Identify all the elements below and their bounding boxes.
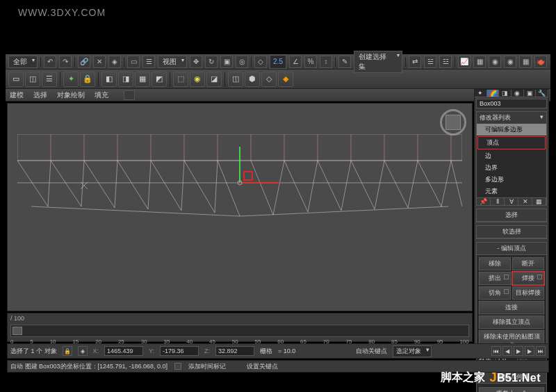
time-thumb[interactable] <box>13 327 22 335</box>
tab-create[interactable]: ✦ <box>475 90 487 97</box>
ribbon-tab-selection[interactable]: 选择 <box>33 90 47 100</box>
btn-target-weld[interactable]: 目标焊接 <box>512 286 544 300</box>
ribbon-tab-paint[interactable]: 对象绘制 <box>57 90 85 100</box>
t7[interactable]: ◪ <box>206 72 222 87</box>
ribbon-tab-populate[interactable]: 填充 <box>95 90 108 100</box>
modifier-sub-edge[interactable]: 边 <box>477 150 546 162</box>
view-dropdown[interactable]: 视图 <box>158 56 187 68</box>
coord-x[interactable] <box>104 346 143 356</box>
rotate-button[interactable]: ↻ <box>205 56 218 68</box>
rollout-soft[interactable]: 软选择 <box>477 226 546 238</box>
time-tag-color[interactable] <box>174 363 181 370</box>
t1[interactable]: ◧ <box>101 72 117 87</box>
viewcube[interactable] <box>440 109 466 136</box>
key-filter-dropdown[interactable]: 选定对象 <box>393 345 432 357</box>
t3[interactable]: ▦ <box>135 72 150 87</box>
material-button[interactable]: ◉ <box>489 56 501 68</box>
render-setup-button[interactable]: ◉ <box>504 56 516 68</box>
mirror-button[interactable]: ⇄ <box>409 56 421 68</box>
t6[interactable]: ◉ <box>190 72 205 87</box>
tool-select[interactable]: ▭ <box>8 72 24 87</box>
btn-break[interactable]: 断开 <box>512 257 544 270</box>
stack-pin[interactable]: 📌 <box>477 198 491 205</box>
render-frame-button[interactable]: ▦ <box>519 56 532 68</box>
time-slider[interactable] <box>10 325 469 337</box>
tool-window[interactable]: ◫ <box>25 72 40 87</box>
object-name-field[interactable]: Box003 <box>476 99 547 108</box>
link-button[interactable]: 🔗 <box>78 56 90 68</box>
play-start[interactable]: ⏮ <box>491 346 501 356</box>
btn-weld[interactable]: 焊接 <box>512 272 544 285</box>
coord-z[interactable] <box>215 346 254 356</box>
named-selection-dropdown[interactable]: 创建选择集 <box>354 51 402 73</box>
snap-value-input[interactable] <box>270 55 286 69</box>
percent-snap[interactable]: % <box>304 56 317 68</box>
align-button[interactable]: ☱ <box>424 56 436 68</box>
bind-button[interactable]: ◈ <box>108 56 121 68</box>
stack-remove[interactable]: ✕ <box>518 198 532 205</box>
btn-remove-iso[interactable]: 移除孤立顶点 <box>479 316 544 329</box>
render-button[interactable]: 🫖 <box>534 56 547 68</box>
modifier-list-dropdown[interactable]: 修改器列表▾ <box>477 112 546 124</box>
select-name-button[interactable]: ☰ <box>142 56 155 68</box>
tool-manipulate[interactable]: ✦ <box>63 72 79 87</box>
tab-utilities[interactable]: 🔧 <box>536 90 548 97</box>
graph-editor-button[interactable]: 📈 <box>458 56 471 68</box>
add-time-tag[interactable]: 添加时间标记 <box>188 362 226 371</box>
select-button[interactable]: ▭ <box>127 56 140 68</box>
rollout-edit-vertex[interactable]: - 编辑顶点 <box>477 243 546 255</box>
tool-list[interactable]: ☰ <box>42 72 57 87</box>
btn-connect[interactable]: 连接 <box>479 301 544 314</box>
ribbon-tab-modeling[interactable]: 建模 <box>10 90 24 100</box>
play-prev[interactable]: ◀ <box>502 346 512 356</box>
ribbon-expand[interactable] <box>124 90 135 100</box>
set-keys-button[interactable]: 设置关键点 <box>247 362 278 371</box>
modifier-sub-vertex[interactable]: 顶点 <box>477 136 546 149</box>
t4[interactable]: ◩ <box>152 72 167 87</box>
rollout-selection[interactable]: 选择 <box>477 209 546 222</box>
layers-button[interactable]: ☳ <box>439 56 452 68</box>
tab-modify[interactable]: 🌈 <box>487 90 500 97</box>
redo-button[interactable]: ↷ <box>59 56 72 68</box>
schematic-button[interactable]: ▦ <box>473 56 486 68</box>
coord-y[interactable] <box>160 346 199 356</box>
modifier-sub-element[interactable]: 元素 <box>477 186 546 197</box>
coord-mode[interactable]: ◈ <box>78 346 88 356</box>
auto-key-button[interactable]: 自动关键点 <box>356 347 387 356</box>
btn-extrude[interactable]: 挤出 <box>479 272 511 285</box>
undo-button[interactable]: ↶ <box>44 56 56 68</box>
stack-unique[interactable]: ∀ <box>505 198 518 205</box>
tool-lock[interactable]: 🔒 <box>80 72 95 87</box>
stack-config[interactable]: ▦ <box>532 198 546 205</box>
tab-motion[interactable]: ◉ <box>512 90 524 97</box>
unlink-button[interactable]: ✕ <box>93 56 106 68</box>
btn-remove[interactable]: 移除 <box>479 257 511 270</box>
t9[interactable]: ⬢ <box>245 72 260 87</box>
tab-display[interactable]: ▣ <box>524 90 537 97</box>
modifier-root[interactable]: 可编辑多边形 <box>477 124 546 136</box>
btn-chamfer[interactable]: 切角 <box>479 286 511 300</box>
t8[interactable]: ◫ <box>228 72 243 87</box>
lock-selection[interactable]: 🔒 <box>63 346 72 356</box>
t11[interactable]: ◆ <box>278 72 293 87</box>
edit-named-sel[interactable]: ✎ <box>338 56 351 68</box>
scale-button[interactable]: ▣ <box>220 56 233 68</box>
btn-repeat-last[interactable]: 重复上一个 <box>479 387 544 392</box>
angle-snap[interactable]: ∠ <box>289 56 302 68</box>
t10[interactable]: ◇ <box>261 72 277 87</box>
play-end[interactable]: ⏭ <box>536 346 546 356</box>
t2[interactable]: ◨ <box>118 72 133 87</box>
stack-show[interactable]: Ⅱ <box>491 198 505 205</box>
play-play[interactable]: ▶ <box>514 346 523 356</box>
viewport[interactable] <box>7 103 473 311</box>
modifier-sub-border[interactable]: 边界 <box>477 162 546 174</box>
scope-dropdown[interactable]: 全部 <box>8 56 38 68</box>
snap-toggle[interactable]: ◇ <box>254 56 267 68</box>
place-button[interactable]: ◎ <box>236 56 248 68</box>
move-button[interactable]: ✥ <box>190 56 202 68</box>
play-next[interactable]: ▶ <box>525 346 534 356</box>
tab-hierarchy[interactable]: ◨ <box>499 90 512 97</box>
modifier-stack[interactable]: 可编辑多边形 顶点 边 边界 多边形 元素 <box>477 124 546 197</box>
spinner-snap[interactable]: ↕ <box>320 56 332 68</box>
modifier-sub-polygon[interactable]: 多边形 <box>477 174 546 186</box>
